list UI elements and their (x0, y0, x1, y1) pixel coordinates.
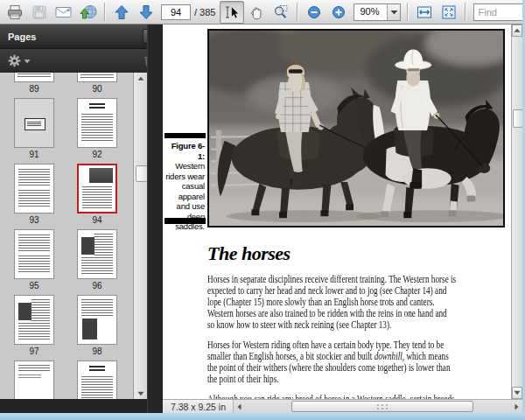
page-thumbnail[interactable]: 94 (66, 164, 129, 229)
scroll-right-button[interactable] (511, 401, 522, 412)
figure-caption: Figure 6-1: Western riders wear casual a… (164, 133, 206, 248)
page-thumbnail-label: 90 (92, 84, 102, 94)
page-thumbnail[interactable] (3, 360, 66, 399)
triangle-up-icon (137, 76, 144, 81)
scroll-up-button[interactable] (135, 73, 147, 84)
previous-page-button[interactable] (109, 1, 134, 24)
page-dimensions-label: 7.38 x 9.25 in (163, 402, 233, 412)
page-thumbnail[interactable]: 92 (66, 98, 129, 164)
hand-tool-icon (248, 4, 265, 21)
page-thumbnail-image[interactable] (77, 360, 117, 399)
options-gear-button[interactable] (7, 53, 31, 68)
email-button[interactable] (52, 1, 76, 24)
zoom-out-button[interactable] (302, 1, 326, 24)
scroll-left-button[interactable] (234, 401, 245, 412)
triangle-right-icon (514, 403, 519, 410)
triangle-left-icon (237, 403, 242, 410)
scroll-down-button[interactable] (512, 387, 522, 399)
sidebar-footer (0, 399, 147, 413)
page-thumbnail-image[interactable] (77, 98, 117, 148)
page-thumbnail-image-current[interactable] (77, 164, 117, 214)
page-thumbnail[interactable]: 90 (66, 73, 129, 98)
printer-icon (6, 4, 24, 21)
page-thumbnail-image[interactable] (14, 73, 54, 82)
horizontal-scroll-thumb[interactable] (291, 401, 473, 412)
select-tool-button[interactable] (220, 1, 244, 24)
scroll-down-button[interactable] (135, 388, 147, 399)
page-thumbnail[interactable]: 89 (3, 73, 66, 98)
page-thumbnail-image[interactable] (77, 73, 117, 82)
caption-rule-top (164, 133, 206, 138)
triangle-down-icon (514, 390, 521, 396)
fit-width-button[interactable] (412, 1, 437, 24)
page-thumbnail-label: 95 (29, 281, 38, 290)
scroll-up-button[interactable] (512, 24, 522, 37)
panel-splitter[interactable] (147, 24, 163, 413)
find-field (473, 4, 525, 21)
page-thumbnail-label: 93 (29, 215, 38, 225)
sidebar-scrollbar[interactable] (133, 73, 147, 399)
next-page-button[interactable] (134, 1, 158, 24)
main-toolbar: / 385 90% (0, 0, 522, 24)
page-thumbnail[interactable]: 95 (3, 229, 66, 295)
chevron-down-icon[interactable] (387, 4, 400, 20)
italic-term: downhill, (374, 350, 405, 362)
page-total-label: / 385 (194, 7, 215, 18)
page-thumbnail[interactable]: 93 (3, 164, 66, 229)
globe-upload-icon (79, 4, 98, 21)
body-text-line: so know how to steer with neck reining (… (207, 319, 511, 331)
page-thumbnail[interactable]: 96 (66, 229, 129, 295)
page-thumbnail-label: 89 (29, 84, 38, 94)
hand-tool-button[interactable] (244, 1, 269, 24)
zoom-level-value: 90% (354, 4, 387, 20)
document-view: Figure 6-1: Western riders wear casual a… (163, 24, 522, 413)
find-input[interactable] (474, 4, 525, 20)
page-thumbnail[interactable]: 97 (3, 295, 66, 360)
page-thumbnail-image[interactable] (77, 229, 117, 279)
page-thumbnail[interactable]: 98 (66, 295, 129, 360)
window-border-bottom (0, 413, 525, 420)
page-thumbnail-label: 92 (92, 150, 102, 159)
toolbar-separator (407, 3, 409, 21)
fit-width-icon (416, 4, 433, 21)
zoom-marquee-icon (272, 4, 290, 21)
fit-page-icon (440, 4, 458, 21)
zoom-in-button[interactable] (326, 1, 351, 24)
page-number-input[interactable] (161, 4, 191, 20)
triangle-up-icon (514, 28, 521, 33)
page-thumbnail-image[interactable] (14, 164, 54, 214)
page-thumbnail-image[interactable] (14, 295, 54, 345)
page-thumbnail[interactable] (66, 360, 129, 399)
gear-icon (7, 53, 22, 68)
page-thumbnail-label: 97 (29, 346, 38, 356)
page-thumbnail[interactable]: 91 (3, 98, 66, 164)
panel-title: Pages (8, 32, 143, 42)
toolbar-separator (104, 3, 106, 21)
envelope-icon (54, 4, 74, 21)
zoom-level-select[interactable]: 90% (354, 4, 401, 21)
sidebar-scroll-thumb[interactable] (136, 165, 148, 182)
fit-page-button[interactable] (437, 1, 461, 24)
horizontal-scrollbar[interactable] (233, 400, 522, 413)
save-button[interactable] (27, 1, 52, 24)
page-thumbnail-image[interactable] (14, 98, 54, 148)
status-bar: 7.38 x 9.25 in (163, 399, 522, 413)
page-thumbnail-image[interactable] (77, 295, 117, 345)
triangle-down-icon (137, 391, 144, 396)
vertical-scrollbar[interactable] (511, 24, 522, 399)
page-thumbnail-image[interactable] (14, 229, 54, 279)
page-thumbnail-label: 96 (92, 281, 102, 290)
caption-rule-bottom (164, 218, 206, 224)
chevron-down-icon (24, 59, 31, 64)
zoom-in-icon (331, 4, 346, 20)
caption-label: Figure 6-1: (172, 141, 205, 161)
page-thumbnail-image[interactable] (14, 360, 54, 399)
body-text-line: the point of their hips. (207, 374, 511, 385)
pages-panel-header: Pages (0, 24, 163, 49)
pages-panel: Pages 89909192939495969798 (0, 24, 163, 413)
thumbnail-grid: 89909192939495969798 (0, 73, 133, 399)
print-button[interactable] (3, 1, 27, 24)
page-thumbnail-label: 98 (92, 346, 102, 356)
zoom-marquee-button[interactable] (269, 1, 293, 24)
upload-button[interactable] (76, 1, 101, 24)
